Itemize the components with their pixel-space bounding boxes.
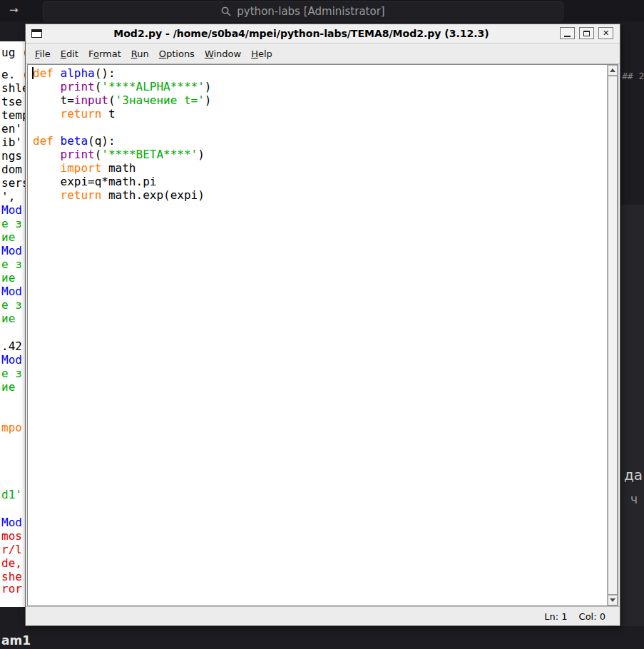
- background-text-fragment: ## 2: [622, 71, 644, 81]
- scrollbar-thumb[interactable]: [608, 76, 618, 595]
- code-line: def beta(q):: [33, 134, 606, 148]
- text-cursor: [32, 67, 34, 79]
- status-column-number: Col: 0: [579, 611, 605, 622]
- code-line: print('****BETA****'): [33, 148, 606, 161]
- code-line: return math.exp(expi): [33, 188, 606, 202]
- desktop: → python-labs [Administrator] ug (e. (sh…: [0, 0, 644, 649]
- background-shell-window: [0, 41, 26, 607]
- terminal-title-bar: → python-labs [Administrator]: [0, 0, 644, 21]
- code-line: print('****ALPHA****'): [33, 80, 606, 93]
- idle-editor-window: Mod2.py - /home/s0ba4/mpei/python-labs/T…: [25, 24, 620, 626]
- scroll-down-arrow[interactable]: [608, 595, 618, 605]
- code-line: return t: [33, 107, 606, 121]
- menu-edit[interactable]: Edit: [56, 46, 83, 62]
- arrow-icon[interactable]: →: [9, 4, 19, 16]
- window-title-bar[interactable]: Mod2.py - /home/s0ba4/mpei/python-labs/T…: [26, 24, 620, 44]
- window-controls: ✕: [560, 27, 613, 39]
- status-bar: Ln: 1 Col: 0: [26, 606, 620, 625]
- minimize-button[interactable]: [560, 27, 575, 39]
- terminal-window-title: python-labs [Administrator]: [237, 5, 384, 18]
- vertical-scrollbar[interactable]: [607, 65, 618, 605]
- maximize-button[interactable]: [579, 27, 594, 39]
- code-line: def alpha():: [33, 66, 606, 80]
- menu-format[interactable]: Format: [83, 46, 126, 62]
- search-icon: [221, 6, 231, 16]
- scroll-up-arrow[interactable]: [608, 65, 618, 76]
- editor-area[interactable]: def alpha(): print('****ALPHA****') t=in…: [27, 64, 618, 606]
- code-line: t=input('Значение t='): [33, 93, 606, 107]
- search-box[interactable]: python-labs [Administrator]: [43, 1, 563, 21]
- menu-file[interactable]: File: [30, 46, 56, 62]
- close-icon: ✕: [603, 29, 609, 37]
- minimize-icon: [564, 36, 571, 37]
- code-line: import math: [33, 161, 606, 175]
- code-line: [33, 121, 606, 134]
- close-button[interactable]: ✕: [598, 27, 613, 39]
- background-right-band: [621, 205, 644, 626]
- menu-help[interactable]: Help: [246, 46, 277, 62]
- menu-run[interactable]: Run: [126, 46, 154, 62]
- menu-options[interactable]: Options: [154, 46, 200, 62]
- code-line: expi=q*math.pi: [33, 175, 606, 188]
- menu-window[interactable]: Window: [200, 46, 246, 62]
- menu-bar: FileEditFormatRunOptionsWindowHelp: [26, 44, 620, 64]
- window-icon: [31, 29, 42, 38]
- code-text: def alpha(): print('****ALPHA****') t=in…: [28, 66, 606, 202]
- maximize-icon: [583, 31, 590, 36]
- window-title: Mod2.py - /home/s0ba4/mpei/python-labs/T…: [54, 28, 548, 39]
- background-bottom-text: am1: [1, 633, 31, 648]
- status-line-number: Ln: 1: [544, 611, 567, 622]
